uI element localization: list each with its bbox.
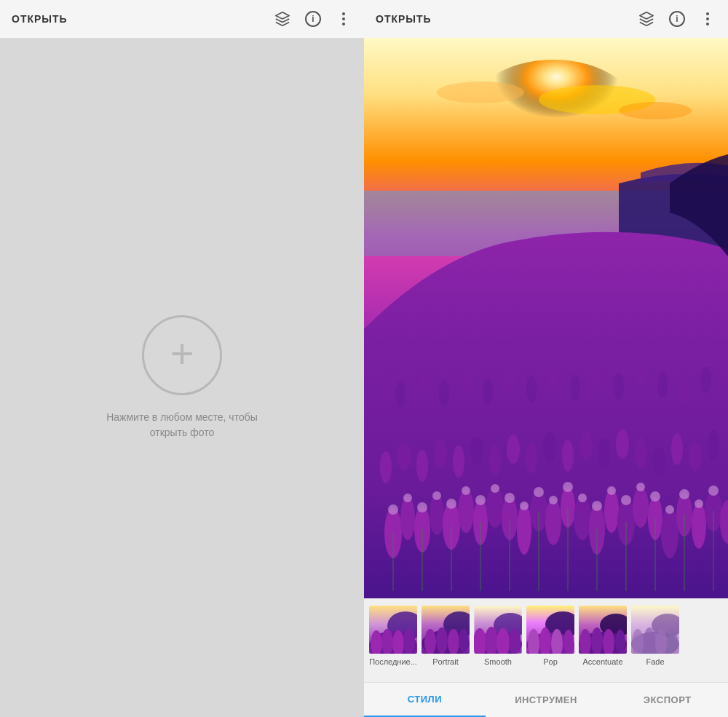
filter-item-pop[interactable]: Pop xyxy=(526,606,575,666)
svg-point-19 xyxy=(574,496,591,540)
svg-point-52 xyxy=(461,372,471,395)
svg-point-3 xyxy=(437,82,524,103)
svg-point-37 xyxy=(507,435,520,464)
svg-point-59 xyxy=(614,373,624,400)
svg-point-80 xyxy=(621,495,631,505)
left-topbar: ОТКРЫТЬ i xyxy=(0,0,364,38)
svg-point-23 xyxy=(633,487,649,528)
svg-point-25 xyxy=(661,507,678,558)
tab-export[interactable]: ЭКСПОРТ xyxy=(606,683,728,717)
svg-point-51 xyxy=(439,380,449,406)
filter-thumb-pop xyxy=(526,606,574,654)
svg-point-65 xyxy=(403,494,412,502)
open-hint: Нажмите в любом месте, чтобы открыть фот… xyxy=(87,410,277,440)
svg-point-110 xyxy=(436,627,448,654)
svg-point-66 xyxy=(417,502,427,512)
svg-point-73 xyxy=(520,502,529,510)
svg-point-81 xyxy=(636,483,645,491)
svg-point-40 xyxy=(562,440,574,472)
svg-point-79 xyxy=(607,486,616,495)
svg-point-62 xyxy=(679,381,689,404)
plus-icon: + xyxy=(170,333,194,374)
info-circle: i xyxy=(305,11,321,27)
more-icon[interactable] xyxy=(335,10,352,28)
svg-point-31 xyxy=(397,442,411,471)
svg-point-49 xyxy=(395,381,405,408)
left-title: ОТКРЫТЬ xyxy=(12,13,274,25)
svg-point-77 xyxy=(578,494,587,502)
svg-point-41 xyxy=(579,431,593,460)
svg-point-32 xyxy=(416,450,428,482)
svg-point-68 xyxy=(446,499,456,509)
svg-point-67 xyxy=(432,491,441,500)
svg-point-15 xyxy=(517,504,531,555)
svg-point-33 xyxy=(434,438,447,467)
add-circle: + xyxy=(142,315,222,395)
filter-thumb-fade xyxy=(631,606,679,654)
svg-point-75 xyxy=(549,496,558,504)
svg-point-78 xyxy=(592,501,602,511)
right-more-icon[interactable] xyxy=(699,10,716,28)
svg-point-133 xyxy=(615,630,625,653)
dots-icon xyxy=(342,12,345,25)
svg-point-11 xyxy=(458,489,474,533)
svg-point-69 xyxy=(462,486,470,495)
bottom-tabs: СТИЛИ ИНСТРУМЕН ЭКСПОРТ xyxy=(364,682,728,717)
svg-point-63 xyxy=(701,367,711,393)
filter-strip: Последние... xyxy=(364,598,728,682)
tab-styles[interactable]: СТИЛИ xyxy=(364,683,486,717)
filter-thumb-portrait xyxy=(422,606,470,654)
svg-point-74 xyxy=(534,487,544,497)
svg-point-13 xyxy=(486,487,504,528)
info-icon[interactable]: i xyxy=(304,10,322,28)
svg-point-57 xyxy=(570,375,580,401)
layers-icon[interactable] xyxy=(274,10,291,28)
tab-tools[interactable]: ИНСТРУМЕН xyxy=(486,683,607,717)
filter-item-recent[interactable]: Последние... xyxy=(368,606,418,666)
svg-point-39 xyxy=(543,432,556,462)
svg-point-7 xyxy=(400,496,415,540)
svg-point-27 xyxy=(692,502,706,549)
filter-item-smooth[interactable]: Smooth xyxy=(473,606,523,666)
svg-point-61 xyxy=(657,372,668,398)
svg-point-126 xyxy=(563,630,574,654)
right-layers-icon[interactable] xyxy=(638,10,655,28)
svg-point-60 xyxy=(636,365,646,389)
filter-label-portrait: Portrait xyxy=(432,657,458,666)
svg-point-82 xyxy=(650,491,660,502)
left-panel: ОТКРЫТЬ i + Нажмите в любом месте xyxy=(0,0,364,717)
photo-area[interactable] xyxy=(364,38,728,598)
svg-point-45 xyxy=(652,447,665,476)
svg-point-55 xyxy=(526,376,537,403)
filter-item-fade[interactable]: Fade xyxy=(630,606,680,666)
filter-label-pop: Pop xyxy=(543,657,558,666)
open-photo-area[interactable]: + Нажмите в любом месте, чтобы открыть ф… xyxy=(0,38,364,717)
svg-point-48 xyxy=(708,429,719,462)
svg-point-43 xyxy=(616,429,629,459)
svg-point-56 xyxy=(548,368,558,392)
svg-point-70 xyxy=(475,495,486,505)
right-title: ОТКРЫТЬ xyxy=(376,13,638,25)
svg-point-84 xyxy=(679,489,689,499)
left-topbar-icons: i xyxy=(274,10,352,28)
right-dots-icon xyxy=(706,12,709,25)
svg-point-54 xyxy=(505,370,515,393)
svg-point-21 xyxy=(604,489,619,533)
svg-point-76 xyxy=(563,482,573,492)
svg-point-17 xyxy=(545,499,561,545)
svg-point-42 xyxy=(598,438,610,470)
svg-point-119 xyxy=(509,628,521,654)
svg-point-44 xyxy=(635,437,646,469)
svg-point-9 xyxy=(430,494,444,535)
svg-point-83 xyxy=(665,505,674,514)
svg-point-72 xyxy=(505,493,515,503)
svg-point-34 xyxy=(453,445,464,478)
svg-point-36 xyxy=(489,444,501,476)
right-info-icon[interactable]: i xyxy=(668,10,686,28)
svg-point-64 xyxy=(388,504,398,515)
filter-item-accentuate[interactable]: Accentuate xyxy=(578,606,628,666)
filter-item-portrait[interactable]: Portrait xyxy=(421,606,470,666)
svg-point-112 xyxy=(459,629,469,652)
svg-point-85 xyxy=(695,499,703,508)
svg-point-58 xyxy=(592,367,602,390)
